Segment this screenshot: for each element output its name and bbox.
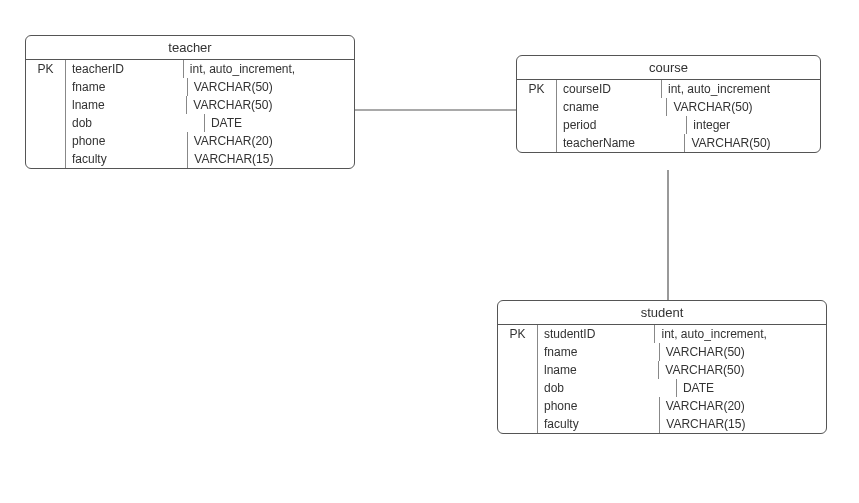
pk-cell bbox=[498, 343, 538, 361]
table-row: lname VARCHAR(50) bbox=[498, 361, 826, 379]
name-cell: teacherID bbox=[66, 60, 184, 78]
type-cell: VARCHAR(20) bbox=[660, 397, 826, 415]
name-cell: dob bbox=[66, 114, 205, 132]
entity-course-body: PK courseID int, auto_increment cname VA… bbox=[517, 80, 820, 152]
name-cell: faculty bbox=[66, 150, 188, 168]
table-row: PK teacherID int, auto_increment, bbox=[26, 60, 354, 78]
type-cell: int, auto_increment, bbox=[655, 325, 826, 343]
type-cell: integer bbox=[687, 116, 820, 134]
entity-teacher: teacher PK teacherID int, auto_increment… bbox=[25, 35, 355, 169]
pk-cell bbox=[26, 78, 66, 96]
pk-cell bbox=[498, 361, 538, 379]
name-cell: fname bbox=[66, 78, 188, 96]
pk-cell: PK bbox=[498, 325, 538, 343]
pk-cell bbox=[498, 415, 538, 433]
table-row: PK studentID int, auto_increment, bbox=[498, 325, 826, 343]
pk-cell bbox=[26, 150, 66, 168]
table-row: faculty VARCHAR(15) bbox=[498, 415, 826, 433]
table-row: fname VARCHAR(50) bbox=[26, 78, 354, 96]
entity-student: student PK studentID int, auto_increment… bbox=[497, 300, 827, 434]
type-cell: VARCHAR(50) bbox=[188, 78, 354, 96]
entity-student-body: PK studentID int, auto_increment, fname … bbox=[498, 325, 826, 433]
pk-cell bbox=[517, 98, 557, 116]
pk-cell bbox=[517, 116, 557, 134]
table-row: faculty VARCHAR(15) bbox=[26, 150, 354, 168]
pk-cell bbox=[26, 114, 66, 132]
type-cell: DATE bbox=[677, 379, 826, 397]
pk-cell: PK bbox=[26, 60, 66, 78]
entity-teacher-title: teacher bbox=[26, 36, 354, 60]
name-cell: phone bbox=[66, 132, 188, 150]
type-cell: int, auto_increment bbox=[662, 80, 820, 98]
pk-cell bbox=[498, 397, 538, 415]
type-cell: VARCHAR(50) bbox=[685, 134, 820, 152]
name-cell: faculty bbox=[538, 415, 660, 433]
entity-course-title: course bbox=[517, 56, 820, 80]
name-cell: lname bbox=[66, 96, 187, 114]
pk-cell: PK bbox=[517, 80, 557, 98]
type-cell: DATE bbox=[205, 114, 354, 132]
table-row: fname VARCHAR(50) bbox=[498, 343, 826, 361]
type-cell: VARCHAR(20) bbox=[188, 132, 354, 150]
name-cell: courseID bbox=[557, 80, 662, 98]
type-cell: VARCHAR(50) bbox=[667, 98, 820, 116]
pk-cell bbox=[26, 132, 66, 150]
pk-cell bbox=[498, 379, 538, 397]
type-cell: VARCHAR(50) bbox=[187, 96, 354, 114]
table-row: period integer bbox=[517, 116, 820, 134]
entity-student-title: student bbox=[498, 301, 826, 325]
table-row: dob DATE bbox=[26, 114, 354, 132]
table-row: teacherName VARCHAR(50) bbox=[517, 134, 820, 152]
type-cell: int, auto_increment, bbox=[184, 60, 354, 78]
name-cell: dob bbox=[538, 379, 677, 397]
type-cell: VARCHAR(50) bbox=[659, 361, 826, 379]
type-cell: VARCHAR(15) bbox=[188, 150, 354, 168]
type-cell: VARCHAR(50) bbox=[660, 343, 826, 361]
name-cell: fname bbox=[538, 343, 660, 361]
table-row: phone VARCHAR(20) bbox=[498, 397, 826, 415]
name-cell: lname bbox=[538, 361, 659, 379]
name-cell: teacherName bbox=[557, 134, 685, 152]
name-cell: period bbox=[557, 116, 687, 134]
table-row: lname VARCHAR(50) bbox=[26, 96, 354, 114]
name-cell: cname bbox=[557, 98, 667, 116]
table-row: phone VARCHAR(20) bbox=[26, 132, 354, 150]
name-cell: studentID bbox=[538, 325, 655, 343]
table-row: PK courseID int, auto_increment bbox=[517, 80, 820, 98]
pk-cell bbox=[517, 134, 557, 152]
type-cell: VARCHAR(15) bbox=[660, 415, 826, 433]
entity-course: course PK courseID int, auto_increment c… bbox=[516, 55, 821, 153]
entity-teacher-body: PK teacherID int, auto_increment, fname … bbox=[26, 60, 354, 168]
table-row: cname VARCHAR(50) bbox=[517, 98, 820, 116]
pk-cell bbox=[26, 96, 66, 114]
table-row: dob DATE bbox=[498, 379, 826, 397]
name-cell: phone bbox=[538, 397, 660, 415]
